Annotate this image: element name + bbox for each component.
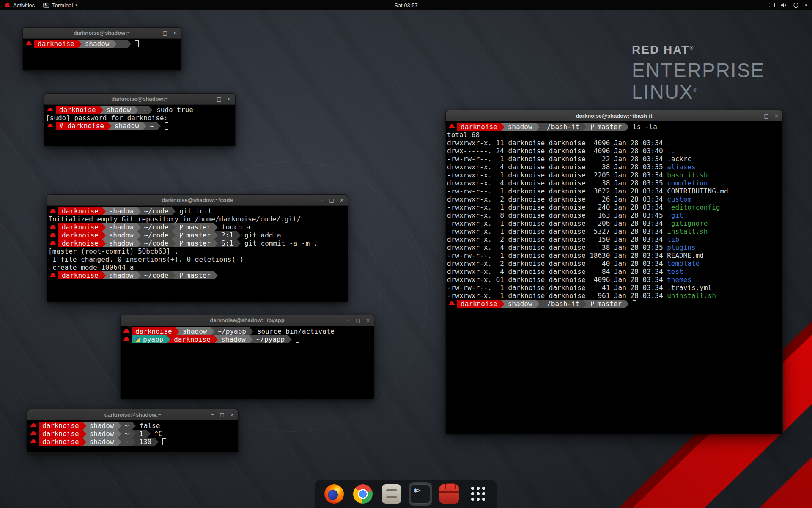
terminal-content[interactable]: darknoiseshadow~/bash-itmasterls -latota… [446, 121, 782, 308]
terminal-window-code[interactable]: darknoise@shadow:~/code─□×darknoiseshado… [47, 194, 348, 302]
terminal-window-pyapp[interactable]: darknoise@shadow:~/pyapp─□×darknoiseshad… [120, 315, 374, 399]
powerline-arrow [237, 231, 241, 239]
maximize-button[interactable]: □ [220, 412, 225, 417]
window-title: darknoise@shadow:~/bash-it [576, 113, 653, 119]
ls-row-detail: -rwxrwxr-x. 1 darknoise darknoise 206 Ja… [447, 219, 667, 227]
dock-item-app-grid[interactable] [466, 482, 490, 506]
minimize-button[interactable]: ─ [154, 30, 157, 36]
app-menu[interactable]: $ Terminal ▾ [39, 0, 82, 10]
powerline-arrow [137, 239, 141, 247]
terminal-line: drwxrwxr-x. 2 darknoise darknoise 40 Jan… [447, 260, 782, 268]
close-button[interactable]: × [366, 318, 370, 323]
powerline-arrow [118, 438, 121, 446]
terminal-line: darknoiseshadow~/codemaster [48, 271, 347, 279]
terminal-content[interactable]: darknoiseshadow~sudo true[sudo] password… [44, 105, 235, 130]
window-titlebar[interactable]: darknoise@shadow:~/pyapp─□× [121, 315, 374, 326]
dock-item-toolbox[interactable] [437, 482, 461, 506]
dock-item-terminal[interactable]: $> [409, 482, 432, 506]
powerline-arrow [214, 271, 218, 279]
terminal-line: drwxrwxr-x. 8 darknoise darknoise 163 Ja… [447, 211, 782, 219]
maximize-button[interactable]: □ [356, 318, 360, 323]
maximize-button[interactable]: □ [329, 198, 334, 203]
clock[interactable]: Sat 03:57 [394, 2, 418, 8]
terminal-line: 1 file changed, 0 insertions(+), 0 delet… [48, 255, 347, 263]
output-text: [sudo] password for darknoise: [46, 114, 168, 122]
activities-button[interactable]: Activities [0, 0, 39, 10]
minimize-button[interactable]: ─ [347, 318, 350, 323]
powerline-arrow [237, 239, 241, 247]
powerline-arrow [536, 300, 540, 308]
terminal-window-bash-it[interactable]: darknoise@shadow:~/bash-it─□×darknoisesh… [445, 110, 783, 434]
close-button[interactable]: × [774, 113, 779, 119]
file-name: .travis.yml [667, 284, 712, 292]
maximize-button[interactable]: □ [764, 113, 769, 119]
terminal-line: darknoiseshadow~false [29, 422, 237, 430]
file-name: themes [667, 276, 691, 284]
powerline-arrow [536, 123, 540, 131]
file-name: .git [667, 211, 683, 219]
display-icon [769, 3, 775, 7]
prompt-segment-path: ~/pyapp [253, 335, 288, 343]
ls-row-detail: -rwxrwxr-x. 1 darknoise darknoise 961 Ja… [447, 292, 667, 300]
close-button[interactable]: × [340, 198, 344, 203]
dock-item-files[interactable] [380, 482, 403, 506]
close-button[interactable]: × [230, 412, 234, 417]
window-titlebar[interactable]: darknoise@shadow:~─□× [44, 94, 235, 105]
minimize-button[interactable]: ─ [208, 97, 211, 102]
redhat-prompt-icon [448, 300, 455, 308]
window-titlebar[interactable]: darknoise@shadow:~/bash-it─□× [446, 110, 782, 121]
app-menu-label: Terminal [52, 2, 73, 8]
dock-item-chrome[interactable] [351, 482, 375, 506]
window-buttons: ─□× [211, 409, 234, 420]
terminal-line: darknoiseshadow~/bash-itmaster [447, 300, 782, 308]
dock-item-firefox[interactable] [322, 482, 346, 506]
redhat-prompt-icon [49, 223, 56, 231]
powerline-arrow [214, 223, 218, 231]
maximize-button[interactable]: □ [217, 97, 222, 102]
prompt-segment-user: # darknoise [56, 122, 107, 130]
minimize-button[interactable]: ─ [321, 198, 324, 203]
close-button[interactable]: × [173, 30, 177, 36]
terminal-content[interactable]: darknoiseshadow~/pyappsource bin/activat… [121, 326, 374, 343]
window-title: darknoise@shadow:~ [104, 411, 161, 418]
powerline-arrow [82, 430, 86, 438]
terminal-window-sudo[interactable]: darknoise@shadow:~─□×darknoiseshadow~sud… [44, 93, 236, 146]
brand-line-linux: LINUX® [632, 81, 765, 103]
file-name: CONTRIBUTING.md [667, 187, 728, 195]
output-text: total 68 [447, 131, 480, 139]
powerline-arrow [157, 122, 161, 130]
volume-icon [781, 3, 787, 8]
terminal-line: -rwxrwxr-x. 1 darknoise darknoise 5327 J… [447, 227, 782, 235]
close-button[interactable]: × [227, 97, 231, 102]
window-titlebar[interactable]: darknoise@shadow:~─□× [23, 28, 181, 39]
terminal-window-home-1[interactable]: darknoise@shadow:~─□×darknoiseshadow~ [22, 27, 181, 71]
window-titlebar[interactable]: darknoise@shadow:~/code─□× [47, 195, 348, 206]
powerline-arrow [102, 231, 106, 239]
terminal-window-exit-codes[interactable]: darknoise@shadow:~─□×darknoiseshadow~fal… [27, 409, 239, 453]
terminal-content[interactable]: darknoiseshadow~falsedarknoiseshadow~1^C… [27, 420, 238, 446]
file-name: .gitignore [667, 219, 708, 227]
terminal-line: pyappdarknoiseshadow~/pyapp [122, 335, 373, 343]
powerline-arrow [132, 438, 136, 446]
system-status-area[interactable]: ▾ [769, 0, 812, 10]
prompt-segment-path: ~/code [141, 231, 172, 239]
window-titlebar[interactable]: darknoise@shadow:~─□× [27, 409, 238, 420]
top-bar: Activities $ Terminal ▾ Sat 03:57 ▾ [0, 0, 812, 10]
chrome-icon [353, 484, 373, 504]
terminal-line: # darknoiseshadow~ [46, 122, 234, 130]
prompt-segment-user: darknoise [58, 223, 102, 231]
minimize-button[interactable]: ─ [755, 113, 758, 119]
file-name: install.sh [667, 227, 708, 235]
terminal-cursor [633, 300, 636, 307]
powerline-arrow [82, 422, 86, 430]
powerline-arrow [249, 335, 253, 343]
terminal-content[interactable]: darknoiseshadow~ [23, 39, 181, 48]
terminal-content[interactable]: darknoiseshadow~/codegit initInitialized… [47, 206, 348, 279]
redhat-prompt-icon [30, 422, 37, 430]
minimize-button[interactable]: ─ [211, 412, 214, 417]
terminal-line: darknoiseshadow~/codemastertouch a [48, 223, 347, 231]
prompt-segment-user: darknoise [39, 438, 82, 446]
command-text: ^C [154, 430, 162, 438]
maximize-button[interactable]: □ [163, 30, 167, 36]
ls-row-detail: drwxrwxr-x. 4 darknoise darknoise 38 Jan… [447, 243, 667, 251]
